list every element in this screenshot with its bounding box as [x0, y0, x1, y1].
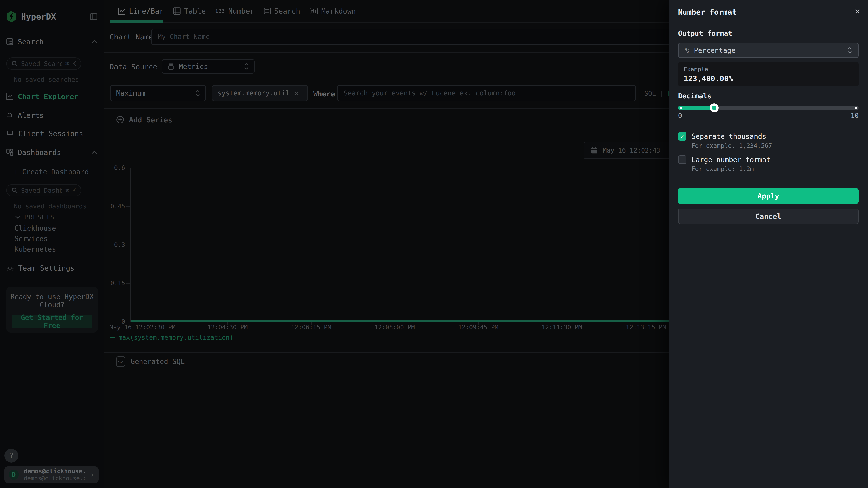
logo-row: HyperDX [0, 9, 104, 24]
user-email: demos@clickhouse.com [24, 468, 85, 475]
panel-title: Number format [678, 8, 737, 17]
sidebar: HyperDX Search Saved Searches ⌘ K No sav… [0, 0, 104, 488]
legend-label: max(system.memory.utilization) [119, 334, 234, 341]
cloud-promo-card: Ready to use HyperDX Cloud? Get Started … [6, 287, 98, 332]
dashboard-icon [6, 149, 13, 156]
sidebar-item-dashboards[interactable]: Dashboards [0, 145, 104, 160]
large-number-format-hint: For example: 1.2m [691, 165, 753, 172]
brand-title: HyperDX [21, 12, 56, 22]
legend-swatch [110, 337, 115, 338]
sidebar-item-search[interactable]: Search [0, 34, 104, 50]
y-tick [126, 206, 130, 206]
hyperdx-logo-icon [6, 11, 17, 23]
cancel-button[interactable]: Cancel [678, 208, 859, 224]
user-subtitle: demos@clickhouse.com's [24, 475, 85, 482]
y-tick-label: 0.3 [104, 241, 125, 248]
chevron-down-icon [15, 216, 21, 219]
gear-icon [6, 264, 14, 272]
sidebar-item-label: Alerts [18, 111, 44, 120]
bell-icon [6, 112, 13, 119]
sidebar-item-label: Search [18, 38, 44, 46]
slider-fill [678, 106, 714, 110]
output-format-label: Output format [678, 29, 732, 37]
y-axis-line [130, 168, 130, 322]
preset-item-services[interactable]: Services [14, 235, 48, 243]
preset-item-clickhouse[interactable]: Clickhouse [14, 224, 56, 232]
saved-dashboards-input[interactable]: Saved Dashboards ⌘ K [6, 184, 81, 196]
y-tick [126, 168, 130, 168]
chevron-up-icon [91, 40, 97, 43]
create-dashboard-button[interactable]: + Create Dashboard [14, 168, 89, 176]
decimals-label: Decimals [678, 92, 711, 100]
output-format-value: Percentage [694, 46, 736, 55]
slider-max-dot [855, 107, 857, 109]
checkbox-icon[interactable]: ✓ [678, 156, 686, 164]
sidebar-item-label: Chart Explorer [18, 92, 78, 101]
x-tick-label: 12:04:30 PM [191, 324, 264, 331]
no-saved-dashboards-text: No saved dashboards [14, 202, 87, 210]
sidebar-item-label: Dashboards [18, 148, 61, 157]
x-tick-label: 12:08:00 PM [359, 324, 431, 331]
x-tick-label: 12:06:15 PM [275, 324, 347, 331]
cloud-promo-line1: Ready to use HyperDX [6, 293, 98, 301]
series-line [130, 320, 684, 321]
y-tick [126, 322, 130, 322]
presets-label: PRESETS [24, 214, 55, 221]
generated-sql-toggle[interactable]: <> Generated SQL [116, 356, 185, 367]
no-saved-searches-text: No saved searches [14, 76, 79, 83]
avatar: D [9, 470, 19, 480]
chevron-up-icon [91, 151, 97, 154]
large-number-format-checkbox[interactable]: ✓ Large number format [678, 156, 771, 164]
sidebar-item-alerts[interactable]: Alerts [0, 108, 104, 123]
sidebar-item-label: Team Settings [18, 264, 74, 272]
apply-button[interactable]: Apply [678, 188, 859, 204]
number-format-panel: Number format × Output format % Percenta… [669, 0, 868, 488]
app-root: HyperDX Search Saved Searches ⌘ K No sav… [0, 0, 868, 488]
saved-searches-input[interactable]: Saved Searches ⌘ K [6, 58, 81, 70]
shortcut-badge: ⌘ K [65, 60, 76, 67]
user-menu[interactable]: D demos@clickhouse.com demos@clickhouse.… [4, 466, 98, 483]
chart-legend: max(system.memory.utilization) [110, 334, 234, 341]
sidebar-collapse-icon[interactable] [90, 13, 97, 20]
saved-searches-placeholder: Saved Searches [21, 60, 62, 67]
y-tick-label: 0.45 [104, 203, 125, 210]
saved-dashboards-placeholder: Saved Dashboards [21, 187, 62, 194]
chart-line-icon [6, 93, 13, 100]
y-tick [126, 283, 130, 284]
y-tick-label: 0.15 [104, 280, 125, 287]
example-value: 123,400.00% [684, 74, 853, 83]
get-started-button[interactable]: Get Started for Free [11, 315, 92, 328]
presets-toggle[interactable]: PRESETS [15, 214, 55, 221]
x-tick-label: 12:09:45 PM [442, 324, 514, 331]
example-label: Example [684, 66, 853, 73]
slider-min-label: 0 [678, 112, 682, 120]
search-icon [11, 187, 18, 193]
sidebar-item-client-sessions[interactable]: Client Sessions [0, 126, 104, 141]
y-tick-label: 0.6 [104, 164, 125, 171]
chevron-right-icon: › [90, 471, 94, 479]
x-tick-label: 12:11:30 PM [526, 324, 598, 331]
format-example-card: Example 123,400.00% [678, 62, 859, 87]
sidebar-item-chart-explorer[interactable]: Chart Explorer [0, 89, 104, 104]
close-icon[interactable]: × [855, 6, 860, 17]
y-tick [126, 245, 130, 245]
slider-handle[interactable] [710, 103, 719, 112]
slider-max-label: 10 [850, 112, 859, 120]
preset-item-kubernetes[interactable]: Kubernetes [14, 245, 56, 253]
chevron-updown-icon [847, 47, 852, 54]
output-format-select[interactable]: % Percentage [678, 43, 859, 58]
x-tick-label: May 16 12:02:30 PM [110, 324, 176, 331]
shortcut-badge: ⌘ K [65, 187, 76, 194]
cloud-promo-line2: Cloud? [6, 301, 98, 309]
separate-thousands-checkbox[interactable]: ✓ Separate thousands [678, 132, 766, 141]
code-icon: <> [116, 356, 125, 367]
search-icon [11, 61, 18, 67]
percent-icon: % [685, 46, 689, 55]
laptop-icon [6, 130, 14, 137]
decimals-slider[interactable] [678, 106, 859, 110]
separate-thousands-hint: For example: 1,234,567 [691, 142, 772, 149]
help-button[interactable]: ? [4, 449, 18, 463]
divider [0, 48, 104, 49]
checkbox-icon[interactable]: ✓ [678, 132, 686, 141]
sidebar-item-team-settings[interactable]: Team Settings [0, 261, 104, 275]
